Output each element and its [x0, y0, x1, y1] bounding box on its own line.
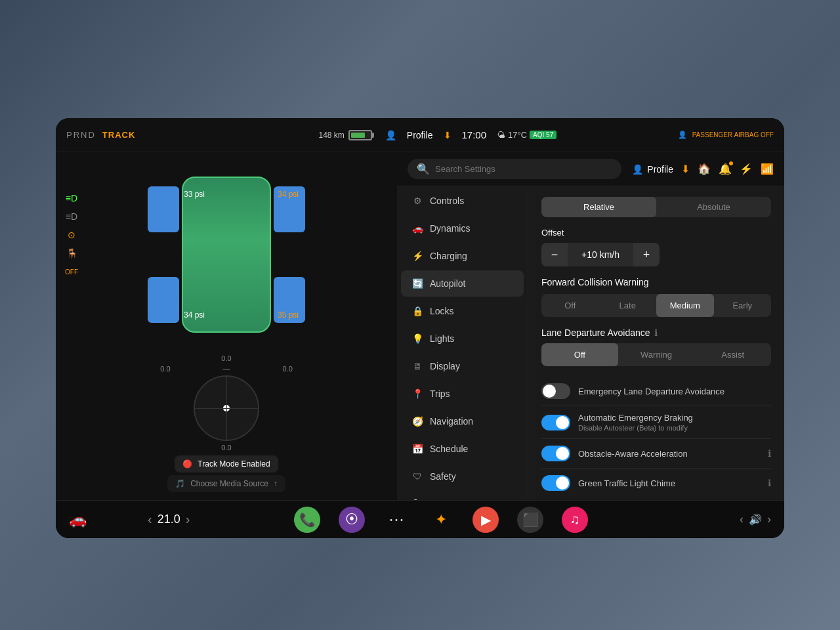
indicator-panel: ≡D ≡D ⊙ 🪑 OFF [64, 192, 79, 278]
offset-decrease-btn[interactable]: − [541, 243, 568, 266]
schedule-icon: 📅 [411, 444, 423, 454]
seatbelt-icon: 🪑 [64, 247, 79, 260]
menu-autopilot-label: Autopilot [430, 278, 465, 289]
taskbar-car-icon[interactable]: 🚗 [69, 511, 87, 528]
tire-front-left [148, 186, 179, 232]
main-content: ≡D ≡D ⊙ 🪑 OFF 33 psi 34 psi 34 psi 35 ps… [56, 152, 784, 500]
relative-btn[interactable]: Relative [541, 197, 656, 217]
track-mode-icon: 🔴 [182, 459, 192, 469]
phone-app-btn[interactable]: 📞 [294, 507, 320, 533]
dots-app-btn[interactable]: ⋯ [383, 507, 410, 533]
lda-assist-btn[interactable]: Assist [694, 343, 771, 366]
time-display: 17:00 [462, 129, 487, 140]
camera-app-btn[interactable]: ⦿ [339, 507, 365, 533]
photo-app-btn[interactable]: ⬛ [517, 507, 543, 533]
fcw-off-btn[interactable]: Off [541, 294, 599, 317]
elda-toggle[interactable] [541, 383, 570, 399]
car-panel: ≡D ≡D ⊙ 🪑 OFF 33 psi 34 psi 34 psi 35 ps… [56, 152, 397, 500]
menu-item-autopilot[interactable]: 🔄 Autopilot [401, 270, 524, 297]
lda-off-btn[interactable]: Off [541, 343, 618, 366]
star-app-btn[interactable]: ✦ [428, 507, 454, 533]
trips-icon: 📍 [411, 388, 423, 399]
safety-icon: 🛡 [411, 471, 423, 482]
volume-next-btn[interactable]: › [767, 513, 771, 526]
menu-item-trips[interactable]: 📍 Trips [401, 381, 524, 407]
header-lock-icon[interactable]: 🏠 [698, 163, 711, 175]
gtlc-info-icon[interactable]: ℹ [768, 478, 771, 488]
menu-dynamics-label: Dynamics [430, 223, 470, 234]
taskbar-media-controls: ‹ 21.0 › [148, 512, 190, 527]
status-center: 👤 Profile ⬇ 17:00 🌤 17°C AQI 57 [385, 129, 556, 140]
header-icons: 👤 Profile ⬇ 🏠 🔔 ⚡ 📶 [632, 163, 774, 175]
offset-value: +10 km/h [568, 249, 633, 260]
offset-increase-btn[interactable]: + [633, 243, 660, 266]
beam2-icon: ≡D [64, 210, 79, 223]
fcw-early-btn[interactable]: Early [714, 294, 772, 317]
header-bluetooth-icon[interactable]: ⚡ [740, 163, 753, 175]
status-right: 👤 PASSENGER AIRBAG OFF [678, 131, 774, 139]
fcw-medium-btn[interactable]: Medium [656, 294, 714, 317]
menu-item-charging[interactable]: ⚡ Charging [401, 243, 524, 269]
speed-mode-toggle-group: Relative Absolute [541, 197, 771, 217]
lda-info-icon[interactable]: ℹ [654, 327, 658, 338]
elda-label-group: Emergency Lane Departure Avoidance [578, 387, 724, 396]
oaa-info-icon[interactable]: ℹ [768, 448, 771, 459]
menu-item-controls[interactable]: ⚙ Controls [401, 188, 524, 214]
menu-item-schedule[interactable]: 📅 Schedule [401, 436, 524, 462]
play-app-btn[interactable]: ▶ [472, 507, 499, 533]
volume-prev-btn[interactable]: ‹ [740, 513, 744, 526]
tire-rear-left [148, 277, 179, 323]
toggle-row-elda: Emergency Lane Departure Avoidance [541, 377, 771, 406]
header-profile[interactable]: 👤 Profile [632, 164, 673, 175]
battery-fill [351, 133, 365, 138]
gtlc-toggle[interactable] [541, 475, 570, 491]
settings-panel: 🔍 👤 Profile ⬇ 🏠 🔔 ⚡ 📶 [397, 152, 784, 500]
header-download-icon[interactable]: ⬇ [681, 163, 690, 175]
media-prev-btn[interactable]: ‹ [148, 512, 152, 527]
menu-item-safety[interactable]: 🛡 Safety [401, 463, 524, 490]
menu-charging-label: Charging [430, 251, 467, 261]
header-profile-label: Profile [647, 164, 673, 175]
volume-icon[interactable]: 🔊 [749, 513, 762, 526]
aeb-sublabel: Disable Autosteer (Beta) to modify [578, 424, 693, 432]
controls-icon: ⚙ [411, 196, 423, 206]
menu-item-dynamics[interactable]: 🚗 Dynamics [401, 215, 524, 242]
psi-rear-right: 35 psi [278, 310, 299, 320]
header-profile-icon: 👤 [632, 164, 643, 175]
menu-controls-label: Controls [430, 196, 464, 206]
menu-item-display[interactable]: 🖥 Display [401, 353, 524, 379]
header-signal-icon[interactable]: 📶 [761, 163, 774, 175]
menu-item-locks[interactable]: 🔒 Locks [401, 298, 524, 324]
aqi-badge: AQI 57 [530, 131, 556, 139]
menu-item-navigation[interactable]: 🧭 Navigation [401, 408, 524, 434]
temperature: 17°C [508, 130, 527, 140]
media-next-btn[interactable]: › [186, 512, 190, 527]
search-icon: 🔍 [417, 163, 430, 175]
absolute-btn[interactable]: Absolute [656, 197, 771, 217]
off-icon: OFF [64, 265, 79, 278]
media-source-bar[interactable]: 🎵 Choose Media Source ↑ [167, 475, 285, 492]
search-input[interactable] [435, 164, 612, 174]
airbag-icon: 👤 [678, 131, 687, 139]
search-bar[interactable]: 🔍 [408, 159, 621, 179]
battery-bar [348, 130, 372, 140]
track-mode-text: Track Mode Enabled [198, 459, 270, 469]
music-app-btn[interactable]: ♫ [562, 507, 588, 533]
lda-warning-btn[interactable]: Warning [618, 343, 695, 366]
lda-title-row: Lane Departure Avoidance ℹ [541, 327, 771, 338]
status-left: PRND TRACK [66, 130, 198, 140]
autopilot-content: Relative Absolute Offset − +10 km/h + Fo… [528, 186, 784, 500]
menu-item-service[interactable]: 🔧 Service [401, 491, 524, 500]
dynamics-icon: 🚗 [411, 223, 423, 234]
psi-front-left: 33 psi [184, 190, 205, 199]
menu-item-lights[interactable]: 💡 Lights [401, 326, 524, 352]
locks-icon: 🔒 [411, 306, 423, 316]
oaa-toggle[interactable] [541, 446, 570, 461]
g-top: 0.0 [221, 354, 231, 362]
battery-km: 148 km [318, 131, 344, 140]
fcw-late-btn[interactable]: Late [599, 294, 657, 317]
aeb-label: Automatic Emergency Braking [578, 413, 693, 423]
lights-icon: 💡 [411, 333, 423, 344]
aeb-toggle[interactable] [541, 415, 570, 430]
media-source-text: Choose Media Source [190, 479, 268, 488]
